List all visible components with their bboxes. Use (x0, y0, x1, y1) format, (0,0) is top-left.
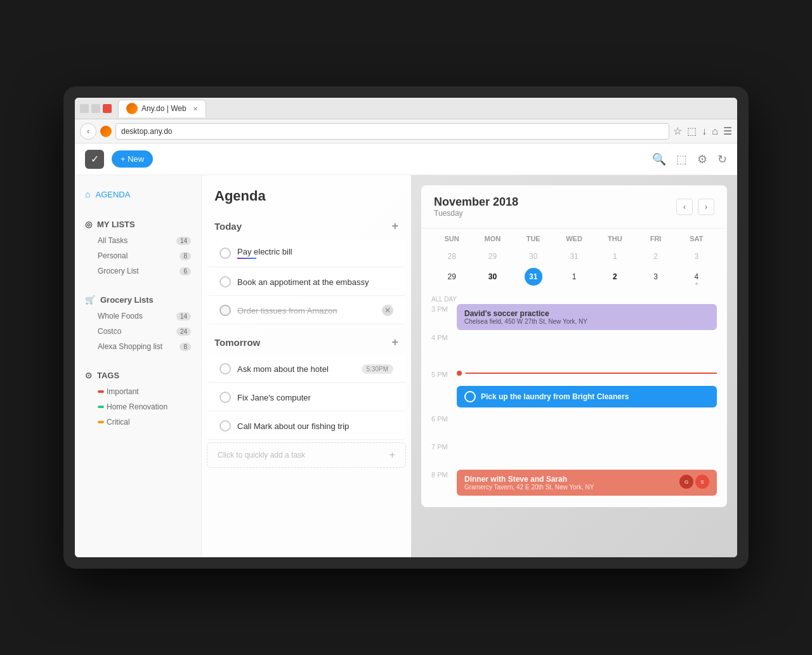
search-icon[interactable]: 🔍 (652, 152, 666, 166)
event-dinner-block[interactable]: Dinner with Steve and Sarah Gramercy Tav… (457, 470, 717, 496)
cal-days-row1: 28 29 30 31 1 2 3 (431, 246, 717, 267)
event-dinner-title: Dinner with Steve and Sarah (464, 475, 594, 484)
task-text-1: Pay electric bill (237, 247, 393, 256)
menu-toolbar-icon[interactable]: ☰ (723, 125, 732, 137)
tag-icon: ⊙ (85, 371, 92, 380)
close-button[interactable] (103, 104, 112, 113)
cal-header: November 2018 Tuesday ‹ › (421, 185, 727, 228)
event-soccer-title: David's soccer practice (464, 309, 709, 318)
sidebar-item-whole-foods[interactable]: Whole Foods 14 (75, 308, 201, 324)
cal-day-29[interactable]: 29 (483, 248, 501, 265)
task-checkbox-6[interactable] (219, 420, 231, 432)
task-checkbox-5[interactable] (219, 392, 231, 403)
cal-day-1a[interactable]: 1 (606, 248, 624, 265)
cal-day-2a[interactable]: 2 (647, 248, 665, 265)
cal-header-tue: TUE (513, 235, 554, 242)
event-avatar-2: S (695, 475, 709, 489)
quick-add[interactable]: Click to quickly add a task + (207, 442, 406, 468)
cal-nav: ‹ › (676, 199, 714, 215)
task-pay-electric-bill[interactable]: Pay electric bill (207, 239, 406, 267)
cal-month: November 2018 (434, 195, 518, 209)
today-add-button[interactable]: + (391, 220, 398, 233)
tab-close-icon[interactable]: ✕ (193, 105, 198, 112)
current-time-indicator (457, 371, 717, 376)
cal-day-31a[interactable]: 31 (565, 248, 583, 265)
sidebar-section-my-lists: ◎ MY LISTS All Tasks 14 Personal 8 Groce… (75, 216, 201, 279)
download-toolbar-icon[interactable]: ↓ (702, 126, 707, 137)
task-text-4: Ask mom about the hotel (237, 364, 355, 374)
sidebar-item-agenda[interactable]: ⌂ AGENDA (75, 185, 201, 203)
minimize-button[interactable] (80, 104, 89, 113)
task-ask-mom[interactable]: Ask mom about the hotel 5:30PM (207, 355, 406, 383)
cal-day-2b[interactable]: 2 (606, 268, 624, 286)
app-body: ⌂ AGENDA ◎ MY LISTS All Tasks 14 P (75, 175, 737, 557)
today-label: Today (214, 221, 242, 232)
tags-title: ⊙ TAGS (75, 367, 201, 384)
task-fix-jane-computer[interactable]: Fix Jane's computer (207, 384, 406, 411)
task-order-tissues[interactable]: Order tissues from Amazon ✕ (207, 297, 406, 324)
home-icon: ⌂ (85, 189, 90, 199)
sidebar-item-alexa[interactable]: Alexa Shopping list 8 (75, 339, 201, 354)
cal-day-30a[interactable]: 30 (525, 248, 542, 265)
bookmark-toolbar-icon[interactable]: ⬚ (687, 125, 697, 137)
circle-check-icon: ◎ (85, 220, 92, 229)
critical-dot (98, 421, 104, 423)
firefox-favicon-icon (126, 103, 138, 114)
cal-day-30b[interactable]: 30 (483, 268, 501, 286)
cal-day-28[interactable]: 28 (443, 248, 461, 265)
timeline-8pm: 8 PM Dinner with Steve and Sarah Gramerc… (421, 468, 727, 497)
tomorrow-add-button[interactable]: + (391, 336, 398, 349)
event-soccer-subtitle: Chelsea field, 450 W 27th St, New York, … (464, 318, 709, 325)
browser-tab[interactable]: Any.do | Web ✕ (118, 100, 206, 117)
sidebar-tag-critical[interactable]: Critical (75, 414, 201, 430)
new-button[interactable]: + New (112, 150, 153, 168)
cal-day-29b[interactable]: 29 (443, 268, 461, 286)
task-checkbox-1[interactable] (219, 248, 231, 259)
cal-day-4b[interactable]: 4 (688, 268, 705, 286)
task-delete-3[interactable]: ✕ (382, 305, 393, 316)
cal-day-31-today[interactable]: 31 (525, 268, 542, 286)
sidebar-item-all-tasks[interactable]: All Tasks 14 (75, 233, 201, 248)
address-bar[interactable] (115, 123, 669, 140)
cal-grid: SUN MON TUE WED THU FRI SAT 28 29 (421, 228, 727, 293)
calendar-panel: November 2018 Tuesday ‹ › SUN (411, 175, 737, 557)
sidebar-section-grocery: 🛒 Grocery Lists Whole Foods 14 Costco 24… (75, 291, 201, 354)
sidebar-tag-important[interactable]: Important (75, 384, 201, 399)
browser-toolbar: ‹ ☆ ⬚ ↓ ⌂ ☰ (75, 119, 737, 143)
cal-day-1b[interactable]: 1 (565, 268, 583, 286)
settings-icon[interactable]: ⚙ (697, 152, 707, 166)
task-checkbox-3[interactable] (219, 305, 231, 316)
sidebar-item-costco[interactable]: Costco 24 (75, 324, 201, 339)
event-soccer-block[interactable]: David's soccer practice Chelsea field, 4… (457, 304, 717, 330)
task-text-6: Call Mark about our fishing trip (237, 421, 393, 431)
task-call-mark[interactable]: Call Mark about our fishing trip (207, 413, 406, 440)
task-checkbox-2[interactable] (219, 276, 231, 288)
task-text-2: Book an appotiment at the embassy (237, 277, 393, 287)
search-toolbar-icon[interactable]: ☆ (673, 125, 682, 137)
event-dinner: Dinner with Steve and Sarah Gramercy Tav… (457, 468, 717, 497)
event-laundry-block[interactable]: Pick up the laundry from Bright Cleaners (457, 386, 717, 407)
tomorrow-label: Tomorrow (214, 337, 260, 348)
header-right: 🔍 ⬚ ⚙ ↻ (652, 152, 727, 166)
timeline-4pm: 4 PM (421, 331, 727, 359)
sidebar-item-personal[interactable]: Personal 8 (75, 248, 201, 263)
agenda-title: Agenda (202, 188, 411, 204)
share-icon[interactable]: ⬚ (676, 152, 687, 166)
maximize-button[interactable] (91, 104, 100, 113)
cal-next-button[interactable]: › (698, 199, 714, 215)
task-book-appointment[interactable]: Book an appotiment at the embassy (207, 268, 406, 296)
today-section-header: Today + (202, 215, 411, 238)
cal-day-3a[interactable]: 3 (688, 248, 705, 265)
task-text-3: Order tissues from Amazon (237, 306, 376, 315)
my-lists-title: ◎ MY LISTS (75, 216, 201, 233)
task-checkbox-4[interactable] (219, 363, 231, 374)
sidebar-tag-renovation[interactable]: Home Renovation (75, 399, 201, 414)
cal-prev-button[interactable]: ‹ (676, 199, 693, 215)
window-controls (80, 104, 112, 113)
home-toolbar-icon[interactable]: ⌂ (712, 126, 718, 137)
cal-day-3b[interactable]: 3 (647, 268, 665, 286)
app-logo: ✓ (85, 150, 104, 169)
refresh-icon[interactable]: ↻ (717, 152, 727, 166)
sidebar-item-grocery-list[interactable]: Grocery List 6 (75, 263, 201, 279)
back-button[interactable]: ‹ (80, 123, 96, 140)
